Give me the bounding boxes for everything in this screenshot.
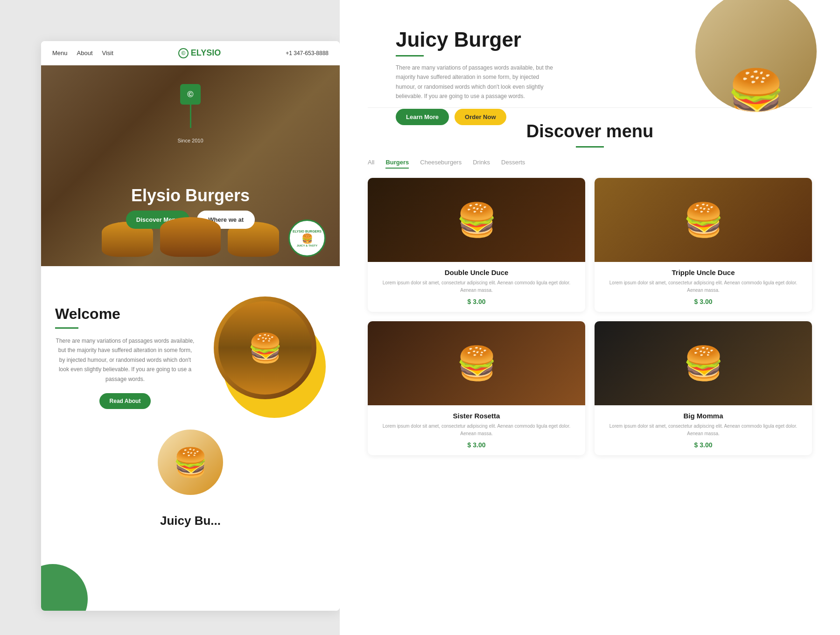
menu-card-3-desc: Lorem ipsum dolor sit amet, consectetur …	[601, 423, 805, 437]
logo-icon: ©	[178, 48, 189, 58]
hero-section: © Since 2010 Elysio Burgers Discover Men…	[41, 65, 340, 266]
juicy-burger-description: There are many variations of passages wo…	[396, 63, 554, 101]
logo-text: ELYSIO	[191, 48, 221, 58]
menu-card-2-body: Sister Rosetta Lorem ipsum dolor sit ame…	[368, 405, 585, 455]
discover-underline	[576, 146, 604, 148]
tab-cheeseburgers[interactable]: Cheeseburgers	[420, 157, 462, 169]
navbar-phone: +1 347-653-8888	[286, 50, 329, 56]
welcome-title: Welcome	[55, 305, 195, 323]
menu-card-3-name: Big Momma	[601, 412, 805, 420]
order-now-button[interactable]: Order Now	[455, 109, 506, 125]
tab-desserts[interactable]: Desserts	[501, 157, 525, 169]
menu-card-3-image: 🍔	[595, 321, 812, 405]
tab-drinks[interactable]: Drinks	[473, 157, 490, 169]
food-hero-image: 🍔	[695, 0, 826, 121]
menu-card-2-name: Sister Rosetta	[374, 412, 579, 420]
food-burger-icon: 🍔	[218, 301, 312, 395]
navbar: Menu About Visit © ELYSIO +1 347-653-888…	[41, 41, 340, 65]
welcome-description: There are many variations of passages wo…	[55, 336, 195, 384]
juicy-buttons: Learn More Order Now	[396, 109, 554, 125]
menu-card-1: 🍔 Tripple Uncle Duce Lorem ipsum dolor s…	[595, 178, 812, 312]
nav-menu-link[interactable]: Menu	[52, 49, 68, 56]
hero-flag: ©	[180, 84, 201, 128]
menu-card-3-body: Big Momma Lorem ipsum dolor sit amet, co…	[595, 405, 812, 455]
badge-burger-icon: 🍔	[301, 233, 313, 244]
juicy-text-block: Juicy Burger There are many variations o…	[368, 14, 554, 125]
hero-since-text: Since 2010	[177, 138, 203, 143]
menu-card-1-price: $ 3.00	[601, 298, 805, 305]
tab-all[interactable]: All	[368, 157, 374, 169]
burger-2	[160, 217, 221, 257]
menu-grid: 🍔 Double Uncle Duce Lorem ipsum dolor si…	[368, 178, 812, 455]
menu-card-0-desc: Lorem ipsum dolor sit amet, consectetur …	[374, 279, 579, 294]
welcome-underline	[55, 327, 78, 329]
menu-card-1-desc: Lorem ipsum dolor sit amet, consectetur …	[601, 279, 805, 294]
juicy-burger-section: 🍔 Juicy Burger There are many variations…	[340, 0, 840, 107]
menu-tabs: All Burgers Cheeseburgers Drinks Dessert…	[368, 157, 812, 169]
menu-card-0-price: $ 3.00	[374, 298, 579, 305]
juicy-title-underline	[396, 55, 424, 56]
menu-card-2-desc: Lorem ipsum dolor sit amet, consectetur …	[374, 423, 579, 437]
right-panel: 🍔 Juicy Burger There are many variations…	[340, 0, 840, 635]
menu-card-0-body: Double Uncle Duce Lorem ipsum dolor sit …	[368, 262, 585, 312]
read-about-button[interactable]: Read About	[99, 393, 151, 409]
menu-card-2-price: $ 3.00	[374, 441, 579, 449]
tab-burgers[interactable]: Burgers	[385, 157, 409, 169]
menu-card-1-body: Tripple Uncle Duce Lorem ipsum dolor sit…	[595, 262, 812, 312]
hero-badge: ELYSIO BURGERS 🍔 JUICY & TASTY	[288, 219, 326, 257]
menu-card-1-image: 🍔	[595, 178, 812, 262]
navbar-links: Menu About Visit	[52, 49, 113, 56]
hero-title: Elysio Burgers	[41, 186, 340, 205]
juicy-bottom-section: 🍔 Juicy Bu...	[41, 448, 340, 611]
welcome-image-area: 🍔	[204, 296, 326, 418]
food-hand-burger: 🍔	[727, 70, 785, 112]
menu-card-0: 🍔 Double Uncle Duce Lorem ipsum dolor si…	[368, 178, 585, 312]
menu-card-1-name: Tripple Uncle Duce	[601, 268, 805, 276]
nav-visit-link[interactable]: Visit	[102, 49, 113, 56]
nav-about-link[interactable]: About	[77, 49, 93, 56]
juicy-circle-image: 🍔	[158, 430, 223, 495]
learn-more-button[interactable]: Learn More	[396, 109, 449, 125]
badge-tagline: JUICY & TASTY	[297, 244, 317, 247]
juicy-title-bottom: Juicy Bu...	[160, 514, 221, 528]
left-panel: Menu About Visit © ELYSIO +1 347-653-888…	[41, 41, 340, 611]
discover-section: Discover menu All Burgers Cheeseburgers …	[340, 112, 840, 455]
flag-pole	[190, 105, 191, 128]
menu-card-0-image: 🍔	[368, 178, 585, 262]
juicy-burger-title: Juicy Burger	[396, 28, 554, 51]
welcome-food-image: 🍔	[214, 296, 316, 399]
food-circle-image: 🍔	[695, 0, 817, 112]
menu-card-2: 🍔 Sister Rosetta Lorem ipsum dolor sit a…	[368, 321, 585, 455]
navbar-logo: © ELYSIO	[178, 48, 221, 58]
menu-card-2-image: 🍔	[368, 321, 585, 405]
hero-logo-flag: ©	[180, 84, 201, 105]
welcome-section: Welcome There are many variations of pas…	[41, 266, 340, 448]
badge-brand: ELYSIO BURGERS	[293, 230, 322, 233]
menu-card-3: 🍔 Big Momma Lorem ipsum dolor sit amet, …	[595, 321, 812, 455]
welcome-text-block: Welcome There are many variations of pas…	[55, 305, 204, 409]
menu-card-0-name: Double Uncle Duce	[374, 268, 579, 276]
menu-card-3-price: $ 3.00	[601, 441, 805, 449]
